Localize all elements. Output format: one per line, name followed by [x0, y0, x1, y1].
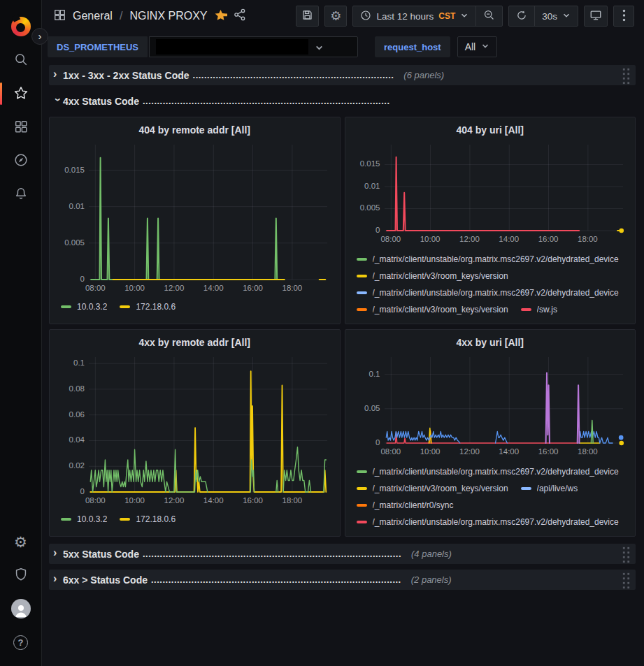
refresh-interval-label: 30s — [542, 11, 557, 22]
chevron-right-icon: › — [53, 547, 63, 560]
x-axis-tick-label: 10:00 — [415, 447, 445, 456]
row-1xx-3xx-2xx[interactable]: › 1xx - 3xx - 2xx Status Code ..........… — [49, 65, 636, 85]
sidebar-item-starred[interactable] — [0, 77, 42, 110]
datasource-variable-select[interactable] — [149, 36, 358, 57]
x-axis-tick-label: 08:00 — [80, 284, 110, 292]
legend-label: 10.0.3.2 — [77, 302, 107, 312]
row-panel-count: (2 panels) — [411, 574, 452, 585]
legend-item[interactable]: /_matrix/client/unstable/org.matrix.msc2… — [357, 284, 619, 301]
y-axis-tick-label: 0.08 — [57, 384, 85, 393]
panel-title[interactable]: 4xx by remote addr [All] — [57, 335, 333, 352]
sidebar-item-explore[interactable] — [0, 144, 42, 178]
breadcrumb-dashboard-title[interactable]: NGINX PROXY — [129, 10, 207, 22]
drag-handle-icon[interactable] — [621, 545, 630, 563]
timeseries-chart[interactable]: 00.020.040.060.080.108:0010:0012:0014:00… — [57, 352, 333, 507]
legend-item[interactable]: 172.18.0.6 — [120, 512, 176, 526]
legend-item[interactable]: /_matrix/client/unstable/org.matrix.msc2… — [357, 514, 619, 530]
x-axis-tick-label: 14:00 — [198, 284, 229, 292]
row-title: 5xx Status Code — [63, 549, 139, 560]
timeseries-chart[interactable]: 00.0050.010.01508:0010:0012:0014:0016:00… — [352, 139, 629, 245]
sidebar-item-search[interactable] — [0, 43, 42, 77]
x-axis-tick-label: 12:00 — [159, 284, 189, 292]
panel-title[interactable]: 4xx by uri [All] — [352, 335, 629, 352]
share-icon[interactable] — [234, 8, 246, 24]
bell-icon — [13, 186, 29, 203]
sidebar-item-dashboards[interactable] — [0, 110, 42, 144]
x-axis-tick-label: 08:00 — [80, 496, 110, 505]
legend-item[interactable]: /_matrix/client/v3/room_keys/version — [357, 301, 508, 318]
toolbar-actions: ⚙ Last 12 hours CST — [296, 6, 634, 27]
more-options-button[interactable] — [613, 6, 634, 27]
main-area: General / NGINX PROXY ⚙ Last 12 hours CS… — [42, 0, 644, 666]
legend-item[interactable]: /_matrix/client/unstable/org.matrix.msc2… — [357, 463, 619, 480]
sidebar-item-server-admin[interactable] — [0, 558, 42, 592]
legend-label: /_matrix/client/unstable/org.matrix.msc2… — [373, 254, 619, 264]
drag-handle-icon[interactable] — [621, 571, 630, 589]
chevron-down-icon — [562, 11, 571, 22]
host-variable-select[interactable]: All — [457, 36, 498, 57]
time-range-picker[interactable]: Last 12 hours CST — [353, 6, 475, 26]
gear-icon: ⚙ — [330, 10, 341, 22]
legend-item[interactable]: /_matrix/client/r0/sync — [357, 497, 454, 514]
y-axis-tick-label: 0.005 — [57, 238, 85, 247]
gear-icon: ⚙ — [14, 535, 27, 549]
avatar — [11, 599, 31, 618]
dashboard-body: › 1xx - 3xx - 2xx Status Code ..........… — [42, 61, 644, 666]
dashboard-toolbar: General / NGINX PROXY ⚙ Last 12 hours CS… — [42, 0, 644, 32]
panel-title[interactable]: 404 by uri [All] — [352, 122, 629, 139]
sidebar-expand-button[interactable]: › — [31, 28, 48, 45]
sidebar-item-alerting[interactable] — [0, 178, 42, 211]
drag-handle-icon[interactable] — [621, 66, 630, 85]
legend-item[interactable]: 10.0.3.2 — [61, 300, 107, 314]
sidebar-item-configuration[interactable]: ⚙ — [0, 525, 42, 558]
refresh-interval-picker[interactable]: 30s — [534, 6, 578, 26]
chart-canvas — [57, 139, 333, 294]
favorite-star-icon[interactable] — [214, 8, 227, 24]
row-title: 1xx - 3xx - 2xx Status Code — [63, 70, 189, 81]
legend-item[interactable]: /_matrix/client/v3/room_keys/version — [357, 480, 508, 497]
x-axis-tick-label: 12:00 — [454, 447, 485, 456]
legend-item[interactable]: /sw.js — [521, 301, 557, 318]
chart-legend: /_matrix/client/unstable/org.matrix.msc2… — [352, 245, 629, 318]
apps-grid-icon — [53, 8, 66, 24]
help-icon: ? — [13, 635, 28, 650]
timeseries-chart[interactable]: 00.050.108:0010:0012:0014:0016:0018:00 — [352, 352, 629, 458]
zoom-out-time-button[interactable] — [475, 6, 502, 26]
refresh-button[interactable] — [509, 6, 534, 26]
zoom-out-icon — [483, 9, 495, 23]
panels-row-2: 4xx by remote addr [All] 00.020.040.060.… — [49, 329, 636, 537]
legend-item[interactable]: 172.18.0.6 — [120, 300, 176, 314]
variables-bar: DS_PROMETHEUS request_host All — [42, 32, 644, 61]
legend-item[interactable]: /_matrix/client/unstable/org.matrix.msc2… — [357, 251, 619, 268]
tv-mode-button[interactable] — [584, 6, 608, 27]
sidebar-item-profile[interactable] — [0, 592, 42, 625]
legend-item[interactable]: /api/live/ws — [521, 480, 578, 497]
legend-item[interactable]: /_matrix/client/v3/room_keys/version — [357, 268, 508, 284]
x-axis-tick-label: 16:00 — [238, 284, 269, 292]
host-variable-label[interactable]: request_host — [375, 36, 450, 57]
breadcrumb: General / NGINX PROXY — [53, 8, 246, 24]
row-5xx[interactable]: › 5xx Status Code ......................… — [49, 544, 636, 564]
row-leader-dots: ........................................… — [143, 96, 390, 106]
legend-item[interactable]: 10.0.3.2 — [61, 512, 107, 526]
row-6xx[interactable]: › 6xx > Status Code ....................… — [49, 570, 636, 590]
panel-4xx-by-remote-addr: 4xx by remote addr [All] 00.020.040.060.… — [49, 329, 341, 537]
row-panel-count: (4 panels) — [411, 549, 452, 559]
row-4xx[interactable]: › 4xx Status Code ......................… — [49, 91, 636, 111]
y-axis-tick-label: 0.01 — [352, 182, 380, 190]
save-dashboard-button[interactable] — [296, 6, 319, 27]
legend-label: /_matrix/client/unstable/org.matrix.msc2… — [373, 467, 619, 477]
timeseries-chart[interactable]: 00.0050.010.01508:0010:0012:0014:0016:00… — [57, 139, 333, 294]
datasource-variable-label[interactable]: DS_PROMETHEUS — [48, 36, 148, 57]
legend-label: 10.0.3.2 — [77, 514, 107, 524]
panel-title[interactable]: 404 by remote addr [All] — [57, 122, 333, 139]
dashboard-settings-button[interactable]: ⚙ — [324, 6, 347, 27]
x-axis-tick-label: 10:00 — [415, 235, 445, 243]
breadcrumb-folder[interactable]: General — [73, 10, 113, 22]
x-axis-tick-label: 10:00 — [120, 284, 150, 292]
y-axis-tick-label: 0.04 — [57, 435, 85, 444]
row-panel-count: (6 panels) — [403, 70, 444, 80]
chevron-down-icon — [481, 41, 489, 52]
grafana-logo-icon — [11, 17, 31, 36]
sidebar-item-help[interactable]: ? — [0, 625, 42, 659]
